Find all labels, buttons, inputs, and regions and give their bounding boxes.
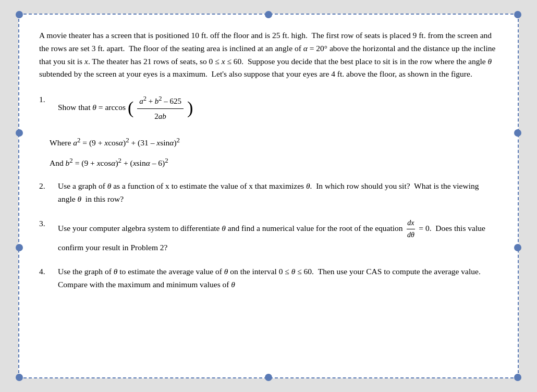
problem-1-block: 1. Show that θ = arccos ( a2 + b2 – 625 … [39, 93, 498, 123]
corner-dot-bl [16, 374, 23, 381]
equals-sign-a: = [82, 138, 89, 147]
and-label: And [50, 158, 66, 167]
where-label: Where [50, 138, 73, 147]
problem-4-block: 4. Use the graph of θ to estimate the av… [39, 265, 498, 291]
problem-3-number: 3. [39, 217, 58, 230]
a-squared-label: a [73, 138, 77, 147]
problem-1-intro-text: Show that θ = arccos [58, 103, 126, 112]
corner-dot-tl [16, 11, 23, 18]
right-paren-large: ) [187, 98, 193, 117]
dx-denominator: dθ [407, 229, 414, 241]
and-formula-block: And b2 = (9 + xcosα)2 + (xsinα – 6)2 [50, 154, 498, 170]
fraction-denominator: 2ab [152, 109, 168, 123]
theta-formula-fraction: a2 + b2 – 625 2ab [137, 93, 184, 123]
corner-dot-tr [514, 11, 521, 18]
problem-4-number: 4. [39, 265, 58, 278]
problem-2-number: 2. [39, 180, 58, 193]
corner-dot-br [514, 374, 521, 381]
problem-1-number: 1. [39, 93, 58, 106]
left-paren-large: ( [128, 98, 133, 117]
intro-paragraph: A movie theater has a screen that is pos… [39, 29, 498, 81]
corner-dot-bm [265, 374, 272, 381]
problem-4-content: Use the graph of θ to estimate the avera… [58, 265, 498, 291]
problem-1-content: Show that θ = arccos ( a2 + b2 – 625 2ab… [58, 93, 498, 123]
edge-dot-mr-bot [514, 244, 521, 251]
edge-dot-mr-top [514, 129, 521, 137]
fraction-numerator: a2 + b2 – 625 [137, 93, 184, 109]
edge-dot-ml-top [16, 129, 23, 137]
equals-sign-b: = [75, 158, 82, 167]
where-formula-block: Where a2 = (9 + xcosα)2 + (31 – xsinα)2 [50, 134, 498, 150]
problem-3-content: Use your computer algebra system to diff… [58, 217, 498, 254]
dx-numerator: dx [407, 217, 414, 229]
main-content-box: A movie theater has a screen that is pos… [18, 14, 519, 378]
corner-dot-tm [265, 11, 272, 18]
problem-2-block: 2. Use a graph of θ as a function of x t… [39, 180, 498, 206]
dx-dtheta-fraction: dx dθ [407, 217, 414, 241]
problem-3-block: 3. Use your computer algebra system to d… [39, 217, 498, 254]
problem-2-content: Use a graph of θ as a function of x to e… [58, 180, 498, 206]
edge-dot-ml-bot [16, 244, 23, 251]
